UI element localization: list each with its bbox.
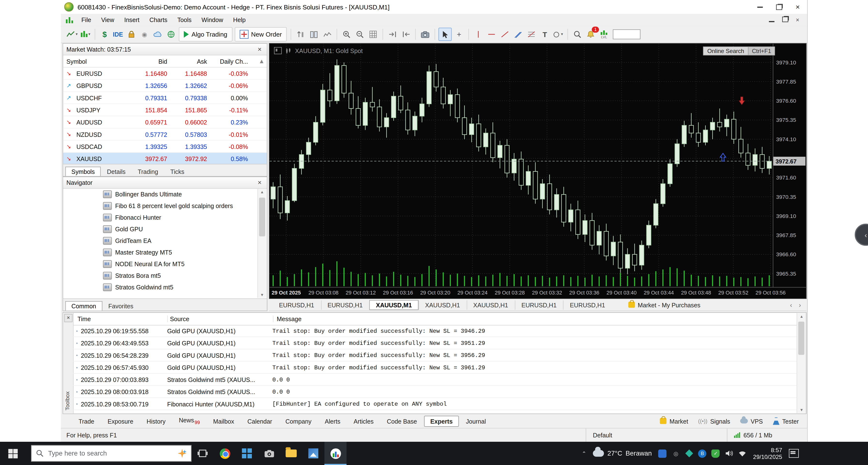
tab-experts[interactable]: Experts (424, 415, 459, 427)
column-message[interactable]: Message (273, 316, 302, 322)
online-search-hint[interactable]: Online Search Ctrl+F1 (703, 46, 775, 56)
chart-window[interactable]: 29 Oct 202529 Oct 03:0829 Oct 03:1229 Oc… (269, 43, 806, 299)
journal-row[interactable]: •2025.10.29 07:00:03.893Stratos Goldwind… (73, 374, 797, 386)
navigator-item[interactable]: Stratos Goldwind mt5 (63, 281, 258, 293)
menu-item-view[interactable]: View (96, 14, 119, 26)
scroll-up-icon[interactable]: ▲ (797, 314, 806, 318)
toolbox-close-button[interactable]: × (64, 314, 72, 322)
column-daily-change[interactable]: Daily Ch... (207, 58, 248, 64)
screenshot-icon[interactable] (419, 28, 431, 40)
start-button[interactable] (0, 442, 25, 465)
button-market[interactable]: Market (660, 418, 688, 424)
journal-row[interactable]: •2025.10.29 08:00:03.918Stratos Goldwind… (73, 386, 797, 398)
scroll-up-icon[interactable]: ▲ (259, 58, 265, 64)
navigator-item[interactable]: Bollinger Bands Ultimate (63, 188, 258, 200)
task-view-button[interactable] (192, 442, 214, 465)
scroll-down-icon[interactable]: ▼ (797, 408, 806, 412)
navigator-item[interactable]: GridTeam EA (63, 235, 258, 246)
fibonacci-tool[interactable] (526, 28, 538, 40)
tab-trading[interactable]: Trading (132, 166, 164, 176)
volume-icon[interactable] (725, 449, 733, 458)
action-center-icon[interactable] (789, 449, 799, 458)
menu-item-help[interactable]: Help (228, 14, 251, 26)
maximize-button[interactable] (769, 0, 788, 14)
navigator-item[interactable]: NODE Neural EA for MT5 (63, 258, 258, 270)
column-ask[interactable]: Ask (167, 58, 207, 64)
navigator-item[interactable]: Master Strategy MT5 (63, 246, 258, 258)
strategy-globe-icon[interactable] (165, 28, 177, 40)
chart-type-dropdown[interactable]: ▾ (66, 28, 78, 40)
crosshair-tool-icon[interactable]: + (453, 28, 465, 40)
horizontal-line-tool[interactable] (486, 28, 498, 40)
journal-row[interactable]: •2025.10.29 06:54:28.239Gold GPU (XAUUSD… (73, 349, 797, 361)
market-purchases-tab[interactable]: Market - My Purchases (628, 302, 700, 308)
tick-chart-icon[interactable] (321, 28, 333, 40)
status-profile[interactable]: Default (586, 428, 727, 442)
text-tool[interactable]: T (538, 28, 551, 40)
tab-history[interactable]: History (141, 415, 172, 427)
tray-diamond-icon[interactable] (685, 449, 693, 458)
search-icon[interactable] (571, 28, 583, 40)
new-order-button[interactable]: New Order (235, 27, 287, 41)
market-watch-row[interactable]: ↘USDCAD1.393251.39335-0.08% (63, 141, 267, 153)
floating-overlay-button[interactable]: ‹ (855, 223, 868, 246)
tab-code-base[interactable]: Code Base (381, 415, 423, 427)
child-minimize-button[interactable] (769, 17, 774, 23)
tab-mailbox[interactable]: Mailbox (207, 415, 240, 427)
child-close-button[interactable]: × (796, 17, 800, 23)
column-symbol[interactable]: Symbol (66, 58, 118, 64)
chart-tab[interactable]: XAUUSD,H1 (467, 300, 515, 310)
next-tab-button[interactable]: › (799, 301, 801, 309)
bar-shift-icon[interactable] (386, 28, 399, 40)
tab-company[interactable]: Company (279, 415, 317, 427)
taskbar-clock[interactable]: 8:57 29/10/2025 (753, 447, 782, 460)
tab-alerts[interactable]: Alerts (319, 415, 347, 427)
navigator-item[interactable]: Gold GPU (63, 223, 258, 235)
ide-button[interactable]: IDE (112, 28, 124, 40)
chart-tab[interactable]: EURUSD,H1 (515, 300, 563, 310)
market-watch-row[interactable]: ↘AUDUSD0.659710.660020.23% (63, 116, 267, 128)
tab-ticks[interactable]: Ticks (164, 166, 190, 176)
journal-row[interactable]: •2025.10.29 08:53:00.719Fibonacci Hunter… (73, 398, 797, 410)
chart-mdi-icon[interactable] (65, 16, 74, 24)
metatrader-taskbar-icon[interactable] (324, 442, 346, 465)
tab-common[interactable]: Common (65, 301, 102, 310)
bluetooth-icon[interactable]: B (698, 449, 707, 458)
chrome-icon[interactable] (214, 442, 236, 465)
folder-icon[interactable] (280, 442, 302, 465)
navigator-scrollbar[interactable]: ▲ ▼ (257, 189, 267, 298)
chart-tab[interactable]: EURUSD,H1 (321, 300, 369, 310)
app-grid-icon[interactable] (236, 442, 258, 465)
trendline-tool[interactable] (499, 28, 511, 40)
cursor-tool-icon[interactable] (439, 28, 452, 41)
bar-style-dropdown[interactable]: ▾ (79, 28, 91, 40)
close-button[interactable]: × (788, 0, 807, 14)
journal-row[interactable]: •2025.10.29 06:19:55.558Gold GPU (XAUUSD… (73, 325, 797, 337)
camera-icon[interactable] (258, 442, 280, 465)
tray-app-icon[interactable] (658, 449, 667, 458)
tab-trade[interactable]: Trade (72, 415, 100, 427)
scroll-down-icon[interactable]: ▼ (258, 293, 266, 297)
menu-item-file[interactable]: File (76, 14, 96, 26)
algo-trading-button[interactable]: Algo Trading (179, 27, 232, 41)
zoom-out-button[interactable] (354, 28, 366, 40)
market-watch-row[interactable]: ↗USDCHF0.793310.793380.00% (63, 92, 267, 104)
candlestick-chart[interactable]: 29 Oct 202529 Oct 03:0829 Oct 03:1229 Oc… (270, 44, 806, 299)
tile-windows-icon[interactable] (308, 28, 320, 40)
connection-icon[interactable]: ◉ (138, 28, 150, 40)
market-watch-row[interactable]: ↘XAUUSD3972.673972.920.58% (63, 153, 267, 165)
notifications-icon[interactable]: 1 (585, 28, 597, 40)
tab-news[interactable]: News99 (173, 414, 206, 428)
menu-item-window[interactable]: Window (196, 14, 228, 26)
levels-icon[interactable]: LVL (598, 28, 610, 40)
tab-favorites[interactable]: Favorites (102, 301, 140, 310)
hidden-icons-chevron[interactable]: ⌃ (582, 450, 586, 456)
navigator-item[interactable]: Fibonacci Hunter (63, 211, 258, 223)
chart-tab[interactable]: XAUUSD,H1 (418, 300, 467, 310)
quotes-icon[interactable]: $ (99, 28, 111, 40)
button-signals[interactable]: ((•))Signals (698, 418, 730, 424)
menu-item-tools[interactable]: Tools (173, 14, 197, 26)
tab-exposure[interactable]: Exposure (101, 415, 140, 427)
security-shield-icon[interactable]: ✓ (712, 449, 720, 458)
cloud-icon[interactable] (152, 28, 164, 40)
